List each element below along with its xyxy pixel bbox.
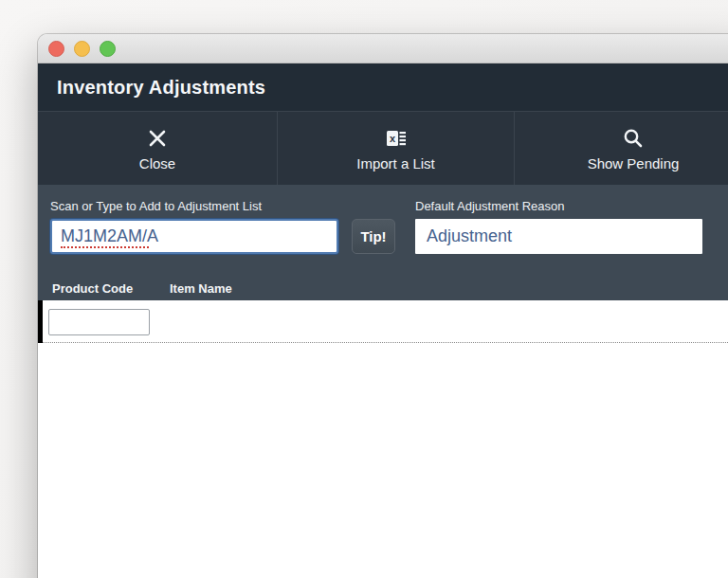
toolbar: Close x Import a List	[38, 111, 728, 185]
zoom-window-icon[interactable]	[100, 41, 116, 57]
default-adjustment-reason-input[interactable]: Adjustment	[415, 219, 702, 254]
table-body	[38, 300, 728, 578]
scan-input-label: Scan or Type to Add to Adjustment List	[50, 199, 395, 213]
reason-input-label: Default Adjustment Reason	[415, 199, 702, 213]
tip-button-label: Tip!	[360, 228, 386, 244]
import-a-list-button[interactable]: x Import a List	[278, 112, 515, 185]
close-x-icon	[146, 126, 169, 151]
close-button[interactable]: Close	[38, 112, 278, 185]
product-code-input[interactable]	[48, 309, 150, 335]
column-header-item-name: Item Name	[170, 281, 232, 296]
scan-input-value: MJ1M2AM/A	[61, 227, 158, 246]
scan-input[interactable]: MJ1M2AM/A	[50, 219, 338, 254]
search-icon	[622, 126, 645, 151]
reason-input-value: Adjustment	[427, 226, 512, 246]
close-window-icon[interactable]	[48, 41, 64, 57]
show-pending-button-label: Show Pending	[588, 155, 680, 172]
row-divider	[43, 342, 728, 343]
table-header: Product Code Item Name	[38, 277, 728, 300]
active-row-indicator	[38, 300, 43, 343]
minimize-window-icon[interactable]	[74, 41, 90, 57]
close-button-label: Close	[139, 155, 175, 172]
column-header-product-code: Product Code	[52, 281, 170, 296]
tip-button[interactable]: Tip!	[352, 219, 395, 254]
excel-file-icon: x	[386, 126, 407, 151]
adjustment-form-panel: Scan or Type to Add to Adjustment List M…	[38, 185, 728, 277]
show-pending-button[interactable]: Show Pending	[515, 112, 728, 185]
svg-text:x: x	[389, 133, 395, 144]
page-title: Inventory Adjustments	[38, 63, 728, 111]
macos-titlebar[interactable]	[38, 34, 728, 63]
import-a-list-button-label: Import a List	[356, 155, 435, 172]
inventory-adjustments-window: Inventory Adjustments Close x	[38, 34, 728, 578]
